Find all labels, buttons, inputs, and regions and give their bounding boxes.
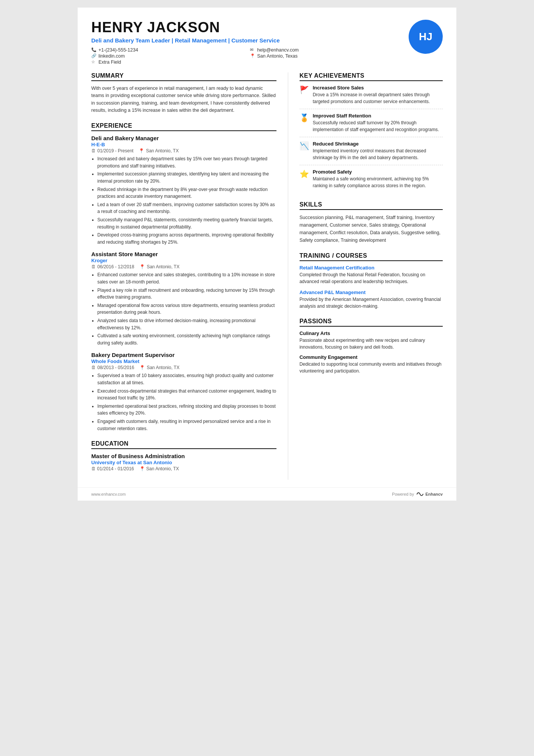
- bullet-item: Cultivated a safe working environment, c…: [97, 332, 276, 346]
- job-meta-wholefoods: 🗓 08/2013 - 05/2016 📍 San Antonio, TX: [91, 365, 276, 370]
- job-dates-heb: 🗓 01/2019 - Present: [91, 148, 133, 153]
- achievement-title-2: Reduced Shrinkage: [313, 141, 443, 147]
- skills-title: SKILLS: [300, 201, 443, 210]
- summary-title: SUMMARY: [91, 72, 276, 81]
- job-bullets-heb: Increased deli and bakery department sal…: [91, 155, 276, 246]
- training-course-desc-0: Completed through the National Retail Fe…: [300, 271, 443, 285]
- edu-dates: 🗓 01/2014 - 01/2016: [91, 466, 134, 471]
- powered-by-text: Powered by: [392, 492, 414, 496]
- edu-degree: Master of Business Administration: [91, 453, 276, 459]
- bullet-item: Analyzed sales data to drive informed de…: [97, 317, 276, 331]
- passions-title: PASSIONS: [300, 318, 443, 327]
- company-wholefoods: Whole Foods Market: [91, 358, 276, 364]
- location-text: San Antonio, Texas: [257, 53, 298, 59]
- achievement-item-0: 🚩 Increased Store Sales Drove a 15% incr…: [300, 85, 443, 109]
- job-meta-kroger: 🗓 06/2016 - 12/2018 📍 San Antonio, TX: [91, 264, 276, 269]
- achievement-item-3: ⭐ Promoted Safety Maintained a safe work…: [300, 169, 443, 193]
- achievement-desc-1: Successfully reduced staff turnover by 2…: [313, 119, 443, 133]
- achievement-icon-2: 📉: [300, 141, 309, 161]
- training-course-title-1: Advanced P&L Management: [300, 290, 443, 295]
- training-course-desc-1: Provided by the American Management Asso…: [300, 296, 443, 310]
- edu-meta: 🗓 01/2014 - 01/2016 📍 San Antonio, TX: [91, 466, 276, 471]
- contact-info: 📞 +1-(234)-555-1234 ✉ help@enhancv.com 🔗…: [91, 47, 401, 65]
- skills-text: Succession planning, P&L management, Sta…: [300, 214, 443, 244]
- achievement-icon-1: 🏅: [300, 113, 309, 133]
- edu-location: 📍 San Antonio, TX: [139, 466, 179, 471]
- header-section: HENRY JACKSON Deli and Bakery Team Leade…: [78, 8, 456, 72]
- main-content: SUMMARY With over 5 years of experience …: [78, 72, 456, 487]
- footer: www.enhancv.com Powered by Enhancv: [78, 487, 456, 501]
- star-icon: ☆: [91, 59, 97, 64]
- training-item-1: Advanced P&L Management Provided by the …: [300, 290, 443, 310]
- bullet-item: Led a team of over 20 staff members, imp…: [97, 201, 276, 215]
- bullet-item: Implemented succession planning strategi…: [97, 171, 276, 185]
- training-item-0: Retail Management Certification Complete…: [300, 265, 443, 285]
- job-location-kroger: 📍 San Antonio, TX: [139, 264, 180, 269]
- job-wholefoods: Bakery Department Supervisor Whole Foods…: [91, 352, 276, 432]
- bullet-item: Executed cross-departmental strategies t…: [97, 388, 276, 402]
- achievement-title-3: Promoted Safety: [313, 169, 443, 175]
- summary-text: With over 5 years of experience in retai…: [91, 85, 276, 114]
- job-kroger: Assistant Store Manager Kroger 🗓 06/2016…: [91, 251, 276, 346]
- bullet-item: Reduced shrinkage in the department by 8…: [97, 186, 276, 200]
- passions-section: PASSIONS Culinary Arts Passionate about …: [300, 318, 443, 374]
- experience-section: EXPERIENCE Deli and Bakery Manager H-E-B…: [91, 122, 276, 432]
- candidate-subtitle: Deli and Bakery Team Leader | Retail Man…: [91, 37, 401, 44]
- pin-icon: 📍: [139, 148, 144, 153]
- location-icon: 📍: [250, 53, 255, 58]
- bullet-item: Played a key role in staff recruitment a…: [97, 287, 276, 301]
- linkedin-url: linkedin.com: [98, 53, 125, 59]
- job-title-kroger: Assistant Store Manager: [91, 251, 276, 257]
- left-column: SUMMARY With over 5 years of experience …: [91, 72, 288, 480]
- achievement-icon-0: 🚩: [300, 85, 309, 105]
- footer-website: www.enhancv.com: [91, 492, 126, 496]
- job-bullets-kroger: Enhanced customer service and sales stra…: [91, 271, 276, 346]
- bullet-item: Developed cross-training programs across…: [97, 232, 276, 246]
- calendar-icon: 🗓: [91, 148, 96, 153]
- link-icon: 🔗: [91, 53, 97, 58]
- enhancv-logo: Enhancv: [416, 491, 443, 497]
- extra-field: Extra Field: [98, 59, 121, 65]
- brand-name: Enhancv: [425, 492, 443, 496]
- passion-title-1: Community Engagement: [300, 354, 443, 360]
- bullet-item: Increased deli and bakery department sal…: [97, 155, 276, 169]
- phone-number: +1-(234)-555-1234: [98, 47, 138, 53]
- achievement-desc-3: Maintained a safe working environment, a…: [313, 175, 443, 189]
- bullet-item: Engaged with customers daily, resulting …: [97, 418, 276, 432]
- job-heb: Deli and Bakery Manager H-E-B 🗓 01/2019 …: [91, 135, 276, 246]
- job-location-heb: 📍 San Antonio, TX: [139, 148, 179, 153]
- resume-page: HENRY JACKSON Deli and Bakery Team Leade…: [78, 8, 456, 501]
- calendar-icon: 🗓: [91, 466, 96, 471]
- email-contact: ✉ help@enhancv.com: [250, 47, 401, 53]
- achievements-section: KEY ACHIEVEMENTS 🚩 Increased Store Sales…: [300, 72, 443, 193]
- company-heb: H-E-B: [91, 142, 276, 147]
- achievement-title-1: Improved Staff Retention: [313, 113, 443, 119]
- company-kroger: Kroger: [91, 258, 276, 263]
- job-dates-wholefoods: 🗓 08/2013 - 05/2016: [91, 365, 134, 370]
- pin-icon: 📍: [139, 264, 145, 269]
- achievement-item-1: 🏅 Improved Staff Retention Successfully …: [300, 113, 443, 137]
- achievements-title: KEY ACHIEVEMENTS: [300, 72, 443, 81]
- training-section: TRAINING / COURSES Retail Management Cer…: [300, 252, 443, 310]
- bullet-item: Managed operational flow across various …: [97, 302, 276, 316]
- pin-icon: 📍: [139, 466, 145, 471]
- skills-section: SKILLS Succession planning, P&L manageme…: [300, 201, 443, 244]
- passion-item-0: Culinary Arts Passionate about experimen…: [300, 330, 443, 351]
- job-location-wholefoods: 📍 San Antonio, TX: [139, 365, 180, 370]
- footer-brand: Powered by Enhancv: [392, 491, 443, 497]
- passion-item-1: Community Engagement Dedicated to suppor…: [300, 354, 443, 374]
- job-bullets-wholefoods: Supervised a team of 10 bakery associate…: [91, 372, 276, 432]
- passion-desc-1: Dedicated to supporting local community …: [300, 361, 443, 374]
- location-contact: 📍 San Antonio, Texas: [250, 53, 401, 59]
- avatar: HJ: [409, 20, 443, 54]
- calendar-icon: 🗓: [91, 264, 96, 269]
- achievement-icon-3: ⭐: [300, 169, 309, 189]
- job-dates-kroger: 🗓 06/2016 - 12/2018: [91, 264, 134, 269]
- job-meta-heb: 🗓 01/2019 - Present 📍 San Antonio, TX: [91, 148, 276, 153]
- job-title-heb: Deli and Bakery Manager: [91, 135, 276, 141]
- phone-contact: 📞 +1-(234)-555-1234: [91, 47, 242, 53]
- pin-icon: 📍: [139, 365, 145, 370]
- passion-title-0: Culinary Arts: [300, 330, 443, 336]
- email-icon: ✉: [250, 47, 255, 52]
- education-section: EDUCATION Master of Business Administrat…: [91, 440, 276, 471]
